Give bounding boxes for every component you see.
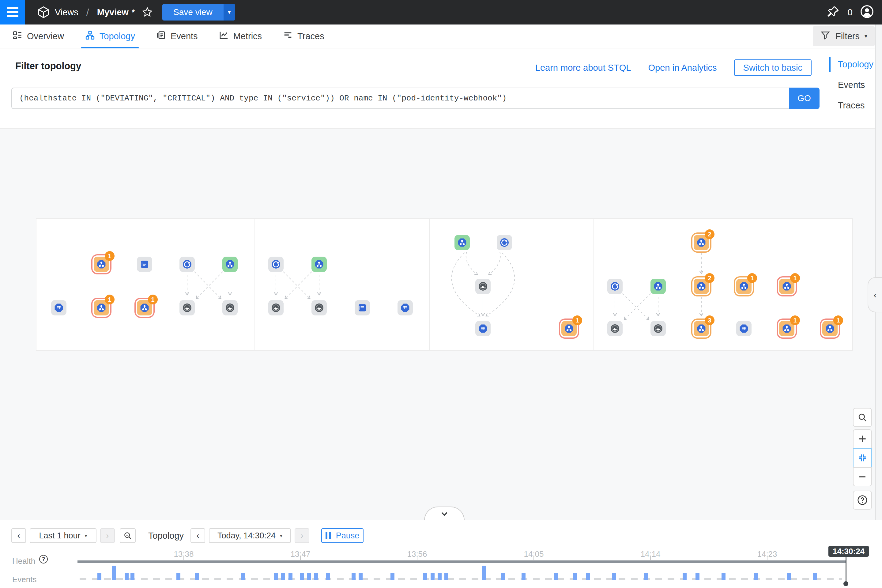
event-bar[interactable] — [787, 573, 791, 580]
tab-overview[interactable]: Overview — [4, 24, 73, 48]
event-bar[interactable] — [722, 573, 726, 580]
topology-node-pod[interactable] — [736, 321, 752, 336]
event-bar[interactable] — [644, 573, 648, 580]
topology-node-pod[interactable] — [398, 300, 413, 315]
menu-button[interactable] — [0, 0, 25, 24]
side-nav-events[interactable]: Events — [829, 80, 873, 90]
health-help-icon[interactable]: ? — [39, 555, 48, 564]
event-bar[interactable] — [813, 573, 817, 580]
time-range-dropdown[interactable]: Last 1 hour▾ — [30, 528, 96, 543]
topology-node-service[interactable]: 2 — [694, 235, 709, 250]
topology-node-service[interactable]: 3 — [694, 321, 709, 336]
filters-button[interactable]: Filters ▾ — [813, 26, 874, 46]
event-bar[interactable] — [281, 573, 285, 580]
event-bar[interactable] — [586, 573, 590, 580]
event-bar[interactable] — [314, 573, 318, 580]
breadcrumb-views[interactable]: Views — [55, 8, 78, 18]
view-name[interactable]: Myview — [97, 8, 129, 18]
topology-node-pod[interactable] — [51, 300, 66, 315]
event-bar[interactable] — [390, 573, 394, 580]
topology-node-container[interactable] — [222, 300, 238, 315]
topology-node-service[interactable]: 1 — [561, 321, 577, 336]
event-bar[interactable] — [754, 573, 758, 580]
topology-node-pod[interactable] — [475, 321, 490, 336]
topology-node-service[interactable] — [651, 279, 666, 294]
event-bar[interactable] — [352, 573, 356, 580]
topology-node-service[interactable] — [312, 256, 327, 272]
tab-traces[interactable]: Traces — [274, 24, 333, 48]
topology-node-container[interactable] — [268, 300, 284, 315]
health-timeline-bar[interactable] — [78, 560, 846, 563]
time-cursor-line[interactable] — [846, 555, 846, 584]
save-view-button[interactable]: Save view — [162, 4, 224, 21]
topology-node-list[interactable] — [137, 256, 152, 272]
event-bar[interactable] — [195, 573, 199, 580]
event-bar[interactable] — [300, 573, 304, 580]
event-bar[interactable] — [438, 573, 442, 580]
current-time-dropdown[interactable]: Today, 14:30:24▾ — [209, 528, 291, 543]
topology-node-list[interactable] — [355, 300, 370, 315]
topology-node-container[interactable] — [607, 321, 622, 336]
topology-node-service[interactable] — [454, 235, 470, 250]
event-bar[interactable] — [358, 573, 363, 580]
topology-node-cycle[interactable] — [607, 279, 622, 294]
help-button[interactable] — [853, 490, 872, 510]
pause-button[interactable]: Pause — [321, 528, 363, 543]
open-in-analytics-link[interactable]: Open in Analytics — [648, 63, 717, 73]
time-forward-button[interactable]: › — [295, 528, 309, 543]
tab-topology[interactable]: Topology — [76, 24, 144, 48]
event-bar[interactable] — [423, 573, 427, 580]
topology-node-cycle[interactable] — [180, 256, 195, 272]
event-bar[interactable] — [501, 573, 505, 580]
topology-node-service[interactable]: 1 — [779, 279, 794, 294]
go-button[interactable]: GO — [789, 88, 819, 109]
pin-icon[interactable] — [826, 5, 840, 20]
topology-node-container[interactable] — [312, 300, 327, 315]
event-bar[interactable] — [444, 573, 448, 580]
save-view-dropdown-button[interactable]: ▾ — [224, 4, 235, 21]
favorite-star-icon[interactable] — [141, 6, 153, 18]
event-bar[interactable] — [482, 566, 486, 580]
zoom-in-button[interactable] — [853, 429, 872, 448]
event-bar[interactable] — [176, 573, 180, 580]
collapse-right-panel-button[interactable]: ‹ — [868, 277, 882, 312]
search-button[interactable] — [853, 408, 872, 427]
event-bar[interactable] — [554, 573, 558, 580]
topology-node-cycle[interactable] — [497, 235, 512, 250]
avatar[interactable] — [860, 4, 874, 20]
time-back-button[interactable]: ‹ — [190, 528, 205, 543]
switch-to-basic-button[interactable]: Switch to basic — [734, 59, 812, 76]
event-bar[interactable] — [612, 573, 616, 580]
topology-node-service[interactable]: 1 — [94, 256, 109, 272]
event-bar[interactable] — [696, 573, 699, 580]
stql-query-input[interactable] — [11, 88, 789, 109]
event-bar[interactable] — [130, 573, 135, 580]
event-bar[interactable] — [573, 573, 577, 580]
learn-more-stql-link[interactable]: Learn more about STQL — [536, 63, 631, 73]
topology-node-service[interactable]: 1 — [137, 300, 152, 315]
event-bar[interactable] — [307, 573, 311, 580]
event-bar[interactable] — [124, 573, 129, 580]
time-cursor-handle[interactable] — [843, 581, 848, 586]
tab-metrics[interactable]: Metrics — [210, 24, 270, 48]
tab-events[interactable]: Events — [147, 24, 206, 48]
event-bar[interactable] — [98, 573, 101, 580]
topology-node-service[interactable]: 1 — [779, 321, 794, 336]
event-bar[interactable] — [288, 573, 292, 580]
fit-button[interactable] — [853, 448, 872, 467]
topology-node-service[interactable]: 1 — [94, 300, 109, 315]
zoom-out-time-button[interactable] — [120, 528, 136, 543]
event-bar[interactable] — [326, 573, 330, 580]
time-range-forward-button[interactable]: › — [100, 528, 115, 543]
zoom-out-button[interactable] — [853, 467, 872, 486]
event-bar[interactable] — [682, 573, 687, 580]
topology-node-container[interactable] — [475, 279, 490, 294]
side-nav-topology[interactable]: Topology — [829, 59, 873, 69]
topology-node-service[interactable]: 1 — [736, 279, 752, 294]
topology-node-cycle[interactable] — [268, 256, 284, 272]
event-bar[interactable] — [241, 573, 245, 580]
topology-node-service[interactable] — [222, 256, 238, 272]
event-bar[interactable] — [112, 566, 116, 580]
topology-node-container[interactable] — [651, 321, 666, 336]
topology-node-container[interactable] — [180, 300, 195, 315]
